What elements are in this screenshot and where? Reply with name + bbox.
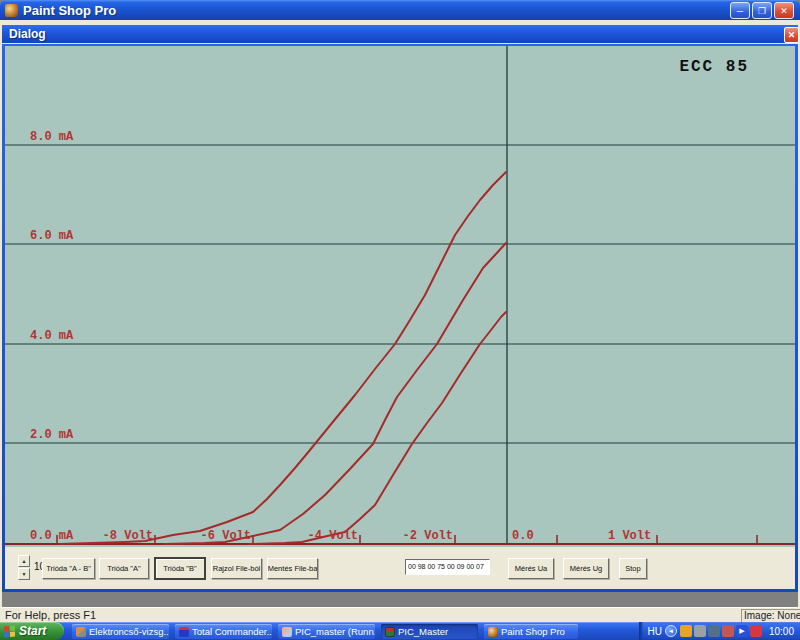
x-axis-label: 1 Volt [608,529,651,543]
restore-icon: ❐ [758,6,766,16]
tray-icon-orange[interactable] [680,625,692,637]
tray-collapse-icon[interactable]: ◄ [665,625,677,637]
curve-1 [60,172,506,544]
pic-master-icon [385,627,395,637]
measure-ug-button[interactable]: Mérés Ug [563,558,609,579]
status-help-text: For Help, press F1 [5,609,96,621]
close-icon: ✕ [780,6,788,16]
status-bar: For Help, press F1 Image: None [0,607,800,622]
task-button-label: Total Commander... [192,626,272,637]
window-controls: ─ ❐ ✕ [730,2,794,19]
y-axis-label: 2.0 mA [30,428,73,442]
desktop: Paint Shop Pro ─ ❐ ✕ Dialog ✕ ECC 85 8.0… [0,0,800,640]
x-axis-label: -2 Volt [403,529,453,543]
taskbar-clock: 10:00 [769,626,794,637]
pic-master-icon [282,627,292,637]
hex-data-field[interactable]: 00 98 00 75 00 09 00 07 [405,559,490,575]
dialog-close-button[interactable]: ✕ [784,27,799,43]
curve-3 [250,312,506,544]
restore-button[interactable]: ❐ [752,2,772,19]
task-button-label: Elektroncső-vizsg... [89,626,169,637]
task-button-label: Paint Shop Pro [501,626,565,637]
task-button-label: PIC_Master [398,626,448,637]
spinner-down-button[interactable]: ▼ [18,568,30,580]
tube-curve-plot: ECC 85 8.0 mA6.0 mA4.0 mA2.0 mA0.0 mA-8 … [5,46,795,547]
tray-icon-group: ▶ [680,625,762,637]
tray-icon-gray[interactable] [694,625,706,637]
dialog-control-bar: ▲ ▼ 10 Trióda "A - B" Trióda "A" Trióda … [5,547,795,589]
tray-icon-play[interactable]: ▶ [736,625,748,637]
task-button-pic-master[interactable]: PIC_Master [381,624,478,639]
trioda-b-button[interactable]: Trióda "B" [155,558,205,579]
dialog-titlebar[interactable]: Dialog [2,25,798,44]
language-indicator[interactable]: HU [648,626,662,637]
value-spinner: ▲ ▼ [18,555,30,581]
total-commander-icon [179,627,189,637]
x-axis-label: 0.0 [512,529,534,543]
curve-2 [165,243,506,544]
dialog-close-icon: ✕ [788,30,796,40]
x-axis-label: -8 Volt [103,529,153,543]
tube-type-label: ECC 85 [679,58,749,76]
spinner-up-button[interactable]: ▲ [18,555,30,567]
minimize-icon: ─ [737,6,743,16]
tray-icon-slate[interactable] [708,625,720,637]
close-button[interactable]: ✕ [774,2,794,19]
y-axis-label: 0.0 mA [30,529,73,543]
x-axis-label: -6 Volt [201,529,251,543]
trioda-a-button[interactable]: Trióda "A" [99,558,149,579]
stop-button[interactable]: Stop [619,558,647,579]
task-button-paint-shop-pro[interactable]: Paint Shop Pro [484,624,578,639]
tray-icon-rose[interactable] [722,625,734,637]
task-button-elektroncso[interactable]: Elektroncső-vizsg... [72,624,169,639]
paint-shop-pro-app-icon [5,4,18,17]
taskbar: Start Elektroncső-vizsg... Total Command… [0,622,800,640]
x-axis-label: -4 Volt [308,529,358,543]
system-tray: HU ◄ ▶ 10:00 [639,622,800,640]
chevron-up-icon: ▲ [22,558,27,564]
minimize-button[interactable]: ─ [730,2,750,19]
trioda-a-b-button[interactable]: Trióda "A - B" [42,558,95,579]
start-button[interactable]: Start [0,622,64,640]
chevron-left-icon: ◄ [668,628,674,634]
task-button-label: PIC_master (Runn... [295,626,375,637]
task-button-total-commander[interactable]: Total Commander... [175,624,272,639]
psp-window-titlebar[interactable]: Paint Shop Pro ─ ❐ ✕ [0,0,800,20]
windows-flag-icon [4,625,15,637]
measure-ua-button[interactable]: Mérés Ua [508,558,554,579]
y-axis-label: 8.0 mA [30,130,73,144]
window-title: Paint Shop Pro [23,3,116,18]
start-button-label: Start [19,624,46,638]
draw-from-file-button[interactable]: Rajzol File-ból [211,558,262,579]
tray-icon-red[interactable] [750,625,762,637]
chevron-down-icon: ▼ [22,571,27,577]
y-axis-label: 6.0 mA [30,229,73,243]
dialog-title: Dialog [9,27,46,41]
task-button-pic-master-running[interactable]: PIC_master (Runn... [278,624,375,639]
y-axis-label: 4.0 mA [30,329,73,343]
chart-canvas [5,46,795,547]
elektroncso-app-icon [76,627,86,637]
paint-shop-pro-icon [488,627,498,637]
save-to-file-button[interactable]: Mentés File-ba [267,558,318,579]
image-status-panel: Image: None [741,609,800,623]
